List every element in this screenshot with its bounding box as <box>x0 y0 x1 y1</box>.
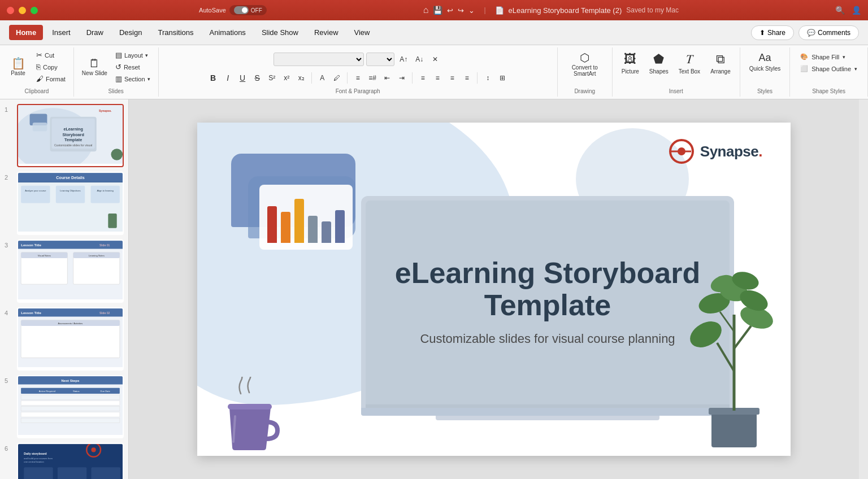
font-size-select[interactable] <box>366 53 394 66</box>
minimize-button[interactable] <box>19 7 26 14</box>
slide-thumb-3[interactable]: Lesson Title Slide 01 Visual Notes Learn… <box>17 240 124 303</box>
font-family-select[interactable] <box>274 53 364 66</box>
new-slide-button[interactable]: 🗒 New Slide <box>79 55 111 79</box>
convert-smartart-btn[interactable]: ⬡ Convert to SmartArt <box>562 50 607 79</box>
document-title-area: ⌂ 💾 ↩ ↪ ⌄ | 📄 eLearning Storyboard Templ… <box>423 5 679 15</box>
subscript-btn[interactable]: x₂ <box>294 71 308 85</box>
menu-home[interactable]: Home <box>9 25 43 40</box>
menu-review[interactable]: Review <box>307 25 345 40</box>
separator2 <box>347 72 348 84</box>
section-button[interactable]: ▥ Section ▾ <box>112 73 154 84</box>
shape-outline-button[interactable]: ⬜ Shape Outline ▾ <box>797 64 861 73</box>
slide-thumb-2[interactable]: Course Details Analyze your course Learn… <box>17 172 124 235</box>
format-painter-button[interactable]: 🖌 Format <box>33 73 69 84</box>
svg-rect-20 <box>90 186 119 203</box>
undo-btn[interactable]: ↩ <box>447 6 453 15</box>
slide-item-6[interactable]: 6 Daily storyboard and build your course… <box>5 443 124 479</box>
svg-rect-22 <box>108 214 116 228</box>
home-icon: ⌂ <box>423 5 429 15</box>
redo-btn[interactable]: ↪ <box>458 6 464 15</box>
laptop-bezel <box>366 404 730 408</box>
svg-text:Assessments / Activities: Assessments / Activities <box>58 322 83 325</box>
align-right-btn[interactable]: ≡ <box>445 71 459 85</box>
insert-buttons: 🖼 Picture ⬟ Shapes 𝑇 Text Box ⧉ Arrange <box>617 50 735 77</box>
quick-styles-button[interactable]: Aa Quick Styles <box>745 50 785 74</box>
slide-item-2[interactable]: 2 Course Details Analyze your course Lea… <box>5 172 124 235</box>
shapes-button[interactable]: ⬟ Shapes <box>645 50 673 77</box>
menu-view[interactable]: View <box>348 25 377 40</box>
reset-button[interactable]: ↺ Reset <box>112 62 154 72</box>
shadow-btn[interactable]: S² <box>265 71 279 85</box>
slide-thumb-6[interactable]: Daily storyboard and build your courses … <box>17 443 124 479</box>
svg-text:Synapse.: Synapse. <box>99 109 112 112</box>
slide-item-5[interactable]: 5 Next Steps Action Required Status Due … <box>5 375 124 438</box>
increase-indent-btn[interactable]: ⇥ <box>395 71 409 85</box>
svg-rect-66 <box>711 411 757 447</box>
font-decrease-btn[interactable]: A↓ <box>413 53 426 66</box>
autosave-toggle[interactable]: OFF <box>229 5 267 15</box>
shape-fill-button[interactable]: 🎨 Shape Fill ▾ <box>797 52 861 62</box>
slide-thumb-1[interactable]: eLearning Storyboard Template Customizab… <box>17 104 124 167</box>
main-slide-canvas[interactable]: Synapse. eLearning Storyboard Template <box>197 123 791 456</box>
coffee-cup <box>221 377 280 456</box>
copy-button[interactable]: ⎘ Copy <box>33 62 69 72</box>
svg-text:Course Details: Course Details <box>56 175 84 180</box>
slide-thumb-4[interactable]: Lesson Title Slide 02 Assessments / Acti… <box>17 307 124 371</box>
quick-styles-label: Styles <box>757 88 772 94</box>
superscript-btn[interactable]: x² <box>280 71 293 85</box>
maximize-button[interactable] <box>31 7 38 14</box>
justify-btn[interactable]: ≡ <box>460 71 474 85</box>
paste-button[interactable]: 📋 Paste <box>5 55 32 79</box>
decrease-indent-btn[interactable]: ⇤ <box>380 71 394 85</box>
align-center-btn[interactable]: ≡ <box>431 71 444 85</box>
close-button[interactable] <box>7 7 14 14</box>
slide-item-3[interactable]: 3 Lesson Title Slide 01 Visual Notes Lea… <box>5 240 124 303</box>
search-icon[interactable]: 🔍 <box>835 6 845 15</box>
underline-btn[interactable]: U <box>236 71 249 85</box>
layout-button[interactable]: ▤ Layout ▾ <box>112 50 154 60</box>
more-btn[interactable]: ⌄ <box>468 6 475 15</box>
quick-styles-icon: Aa <box>758 52 771 64</box>
bold-btn[interactable]: B <box>206 71 220 85</box>
user-icon[interactable]: 👤 <box>852 6 861 15</box>
menu-draw[interactable]: Draw <box>80 25 110 40</box>
clipboard-small-btns: ✂ Cut ⎘ Copy 🖌 Format <box>33 50 69 84</box>
share-button[interactable]: ⬆ Share <box>751 25 794 40</box>
slide-4-preview: Lesson Title Slide 02 Assessments / Acti… <box>18 308 123 369</box>
textbox-button[interactable]: 𝑇 Text Box <box>674 50 705 77</box>
svg-rect-60 <box>92 468 120 479</box>
svg-rect-49 <box>21 407 120 411</box>
columns-btn[interactable]: ⊞ <box>496 71 509 85</box>
menu-animations[interactable]: Animations <box>203 25 253 40</box>
arrange-button[interactable]: ⧉ Arrange <box>706 50 735 77</box>
line-spacing-btn[interactable]: ↕ <box>481 71 494 85</box>
font-color-btn[interactable]: A <box>315 71 329 85</box>
italic-btn[interactable]: I <box>221 71 235 85</box>
picture-button[interactable]: 🖼 Picture <box>617 50 644 77</box>
svg-line-71 <box>720 312 734 332</box>
strikethrough-btn[interactable]: S <box>250 71 264 85</box>
cut-button[interactable]: ✂ Cut <box>33 50 69 60</box>
layout-icon: ▤ <box>115 51 122 59</box>
clear-format-btn[interactable]: ✕ <box>428 53 442 66</box>
slide-thumb-5[interactable]: Next Steps Action Required Status Due Da… <box>17 375 124 438</box>
drawing-label: Drawing <box>574 88 595 94</box>
comment-icon: 💬 <box>807 29 815 37</box>
menu-transitions[interactable]: Transitions <box>151 25 200 40</box>
menu-slideshow[interactable]: Slide Show <box>255 25 305 40</box>
svg-rect-48 <box>21 401 120 406</box>
insert-label: Insert <box>669 88 683 94</box>
menu-design[interactable]: Design <box>112 25 149 40</box>
comments-button[interactable]: 💬 Comments <box>798 25 859 40</box>
slide-item-1[interactable]: 1 eLearning Storyboard Template Customiz… <box>5 104 124 167</box>
align-left-btn[interactable]: ≡ <box>416 71 429 85</box>
highlight-btn[interactable]: 🖊 <box>330 71 344 85</box>
doc-title: eLearning Storyboard Template (2) <box>509 6 622 15</box>
font-increase-btn[interactable]: A↑ <box>397 53 410 66</box>
section-icon: ▥ <box>115 75 122 83</box>
slide-item-4[interactable]: 4 Lesson Title Slide 02 Assessments / Ac… <box>5 307 124 371</box>
menu-insert[interactable]: Insert <box>45 25 77 40</box>
bullets-btn[interactable]: ≡ <box>351 71 364 85</box>
svg-text:Slide 01: Slide 01 <box>99 244 110 247</box>
numbering-btn[interactable]: ≡# <box>366 71 379 85</box>
